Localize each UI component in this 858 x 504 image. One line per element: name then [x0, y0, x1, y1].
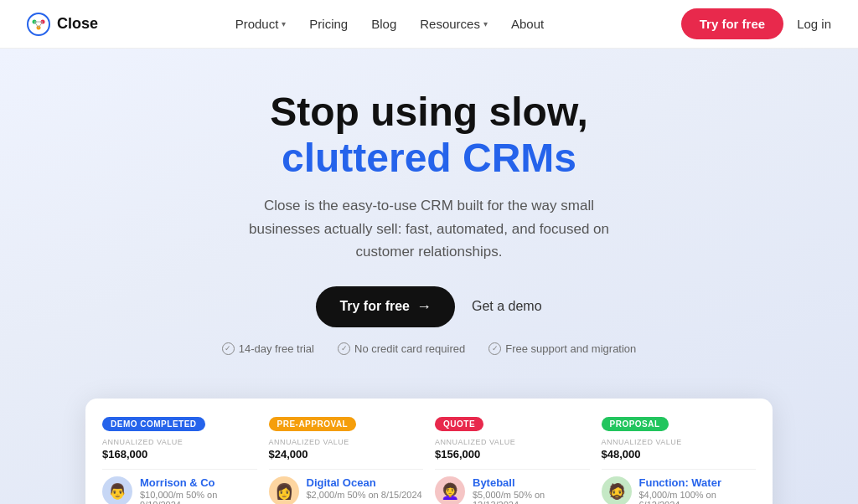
arrow-icon: → — [416, 298, 432, 316]
logo-text: Close — [57, 15, 98, 33]
navbar: Close Product ▾ Pricing Blog Resources ▾… — [0, 0, 858, 49]
badge-pre-approval: PRE-APPROVAL — [269, 417, 357, 431]
kanban-deal-0: 👨 Morrison & Co $10,000/m 50% on 9/10/20… — [102, 476, 257, 504]
logo[interactable]: Close — [27, 13, 98, 36]
kanban-demo: DEMO COMPLETED ANNUALIZED VALUE $168,000… — [85, 399, 773, 504]
avatar: 👩 — [269, 476, 299, 504]
logo-icon — [27, 13, 50, 36]
nav-login-button[interactable]: Log in — [797, 17, 831, 31]
svg-line-6 — [39, 22, 43, 28]
nav-item-product[interactable]: Product ▾ — [235, 17, 287, 31]
hero-section: Stop using slow, cluttered CRMs Close is… — [0, 49, 858, 399]
check-icon: ✓ — [488, 342, 501, 355]
svg-point-0 — [28, 13, 49, 35]
badge-proposal: PROPOSAL — [602, 417, 669, 431]
check-icon: ✓ — [222, 342, 235, 355]
nav-item-pricing[interactable]: Pricing — [309, 17, 348, 31]
hero-subtext: Close is the easy-to-use CRM built for t… — [228, 194, 630, 263]
nav-item-blog[interactable]: Blog — [371, 17, 396, 31]
hero-trust-badges: ✓ 14-day free trial ✓ No credit card req… — [17, 342, 841, 355]
kanban-deal-3: 🧔 Function: Water $4,000/m 100% on 6/12/… — [602, 476, 757, 504]
nav-item-about[interactable]: About — [511, 17, 544, 31]
svg-line-5 — [34, 22, 39, 28]
kanban-col-quote: QUOTE ANNUALIZED VALUE $156,000 👩‍🦱 Byte… — [435, 415, 590, 504]
kanban-deal-1: 👩 Digital Ocean $2,000/m 50% on 8/15/202… — [269, 476, 424, 504]
avatar: 🧔 — [602, 476, 632, 504]
kanban-deal-2: 👩‍🦱 Byteball $5,000/m 50% on 12/13/2024 — [435, 476, 590, 504]
badge-support: ✓ Free support and migration — [488, 342, 636, 355]
kanban-col-proposal: PROPOSAL ANNUALIZED VALUE $48,000 🧔 Func… — [602, 415, 757, 504]
badge-quote: QUOTE — [435, 417, 483, 431]
kanban-col-demo: DEMO COMPLETED ANNUALIZED VALUE $168,000… — [102, 415, 257, 504]
chevron-down-icon: ▾ — [282, 19, 286, 28]
nav-actions: Try for free Log in — [681, 8, 831, 39]
check-icon: ✓ — [338, 342, 350, 355]
hero-cta-group: Try for free → Get a demo — [17, 286, 841, 327]
badge-no-cc: ✓ No credit card required — [338, 342, 465, 355]
hero-headline-blue: cluttered CRMs — [282, 136, 576, 180]
nav-item-resources[interactable]: Resources ▾ — [420, 17, 488, 31]
nav-links: Product ▾ Pricing Blog Resources ▾ About — [235, 17, 545, 31]
nav-try-button[interactable]: Try for free — [681, 8, 783, 39]
badge-demo-completed: DEMO COMPLETED — [102, 417, 205, 431]
hero-primary-button[interactable]: Try for free → — [316, 286, 455, 327]
hero-secondary-button[interactable]: Get a demo — [472, 299, 542, 314]
badge-trial: ✓ 14-day free trial — [222, 342, 314, 355]
chevron-down-icon: ▾ — [483, 19, 488, 28]
avatar: 👨 — [102, 476, 132, 504]
avatar: 👩‍🦱 — [435, 476, 465, 504]
kanban-col-pre: PRE-APPROVAL ANNUALIZED VALUE $24,000 👩 … — [269, 415, 424, 504]
hero-headline: Stop using slow, cluttered CRMs — [17, 89, 841, 181]
